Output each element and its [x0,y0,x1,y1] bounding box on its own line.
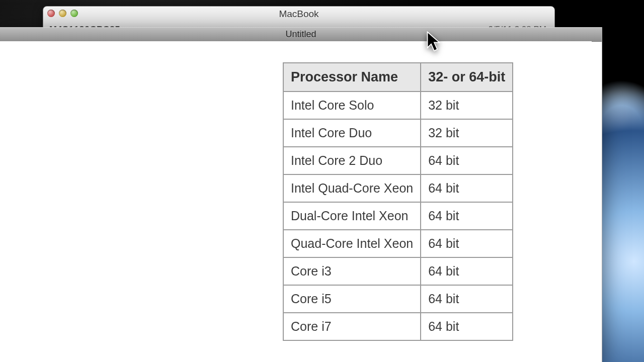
table-row: Quad-Core Intel Xeon64 bit [283,230,513,257]
document-content: Processor Name 32- or 64-bit Intel Core … [0,41,592,362]
table-row: Intel Core Solo32 bit [283,92,513,119]
col-bitness: 32- or 64-bit [421,63,513,92]
window-traffic-lights [47,10,78,17]
cell-bitness: 64 bit [421,285,513,313]
table-row: Intel Core 2 Duo64 bit [283,147,513,174]
cell-bitness: 64 bit [421,202,513,230]
cell-bitness: 32 bit [421,92,513,119]
cell-bitness: 64 bit [421,147,513,174]
foreground-window-title: Untitled [285,29,316,39]
cell-processor-name: Dual-Core Intel Xeon [283,202,421,230]
table-row: Core i364 bit [283,257,513,285]
table-row: Core i564 bit [283,285,513,313]
cell-processor-name: Intel Core Duo [283,119,421,147]
foreground-window: Untitled Processor Name 32- or 64-bit In… [0,27,602,362]
cell-processor-name: Quad-Core Intel Xeon [283,230,421,257]
foreground-window-titlebar[interactable]: Untitled [0,27,602,42]
cell-bitness: 32 bit [421,119,513,147]
close-icon[interactable] [47,10,55,17]
cell-processor-name: Intel Core Solo [283,92,421,119]
minimize-icon[interactable] [59,10,66,17]
cell-processor-name: Core i5 [283,285,421,313]
zoom-icon[interactable] [70,10,78,17]
cell-bitness: 64 bit [421,313,513,340]
processor-table: Processor Name 32- or 64-bit Intel Core … [283,62,513,341]
background-window-title: MacBook [43,7,554,20]
table-row: Intel Core Duo32 bit [283,119,513,147]
cell-processor-name: Intel Quad-Core Xeon [283,174,421,202]
table-header-row: Processor Name 32- or 64-bit [283,63,513,92]
cell-processor-name: Core i3 [283,257,421,285]
cell-bitness: 64 bit [421,230,513,257]
cell-processor-name: Core i7 [283,313,421,340]
cell-processor-name: Intel Core 2 Duo [283,147,421,174]
cell-bitness: 64 bit [421,257,513,285]
table-row: Dual-Core Intel Xeon64 bit [283,202,513,230]
table-row: Core i764 bit [283,313,513,340]
cell-bitness: 64 bit [421,174,513,202]
table-row: Intel Quad-Core Xeon64 bit [283,174,513,202]
col-processor-name: Processor Name [283,63,421,92]
